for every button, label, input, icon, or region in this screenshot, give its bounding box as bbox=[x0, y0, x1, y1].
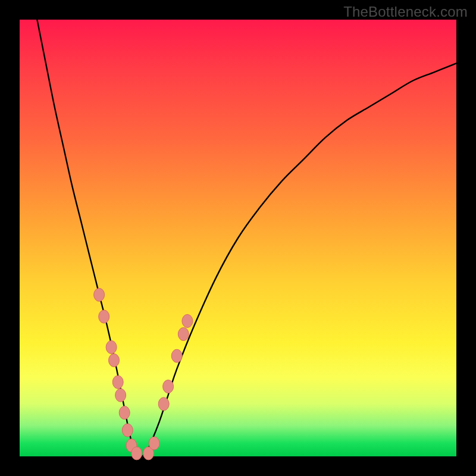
curve-marker bbox=[131, 447, 142, 460]
bottleneck-curve bbox=[37, 20, 456, 458]
curve-marker bbox=[112, 375, 123, 389]
curve-marker bbox=[158, 397, 169, 411]
curve-marker bbox=[106, 341, 117, 354]
watermark-text: TheBottleneck.com bbox=[343, 4, 468, 20]
curve-marker bbox=[99, 310, 109, 323]
curve-marker bbox=[178, 328, 189, 341]
curve-marker bbox=[182, 315, 193, 328]
curve-marker bbox=[119, 406, 130, 419]
curve-marker bbox=[149, 437, 159, 450]
curve-marker bbox=[109, 354, 120, 367]
curve-marker bbox=[163, 380, 174, 393]
curve-svg bbox=[20, 20, 456, 456]
curve-marker bbox=[122, 424, 133, 437]
plot-area bbox=[20, 20, 456, 456]
curve-marker bbox=[115, 389, 126, 402]
marker-group bbox=[94, 288, 193, 460]
curve-marker bbox=[94, 288, 105, 301]
curve-marker bbox=[171, 349, 182, 362]
chart-frame: TheBottleneck.com bbox=[0, 0, 476, 476]
